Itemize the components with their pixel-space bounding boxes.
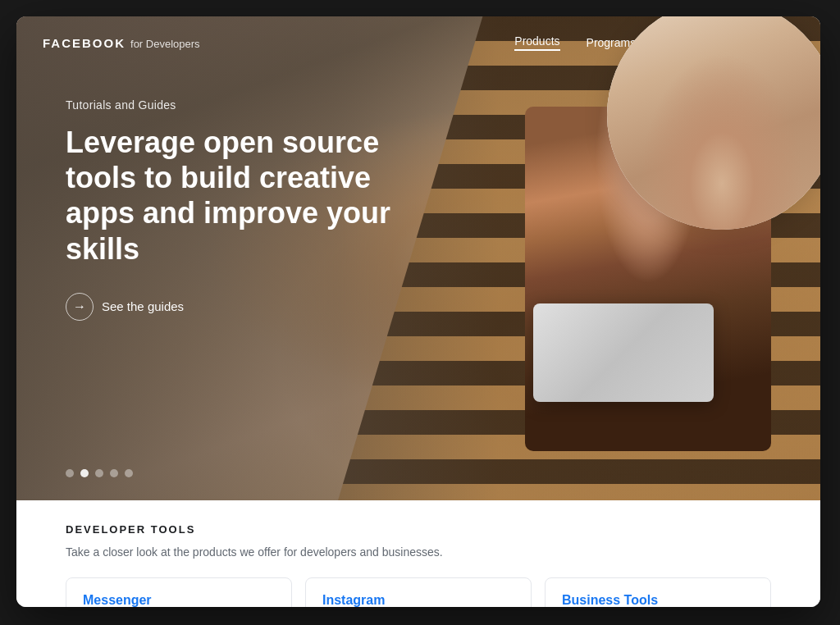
tool-card-business-tools-name: Business Tools: [562, 593, 658, 607]
hero-eyebrow: Tutorials and Guides: [66, 98, 443, 112]
slide-dots: [66, 469, 133, 477]
hero-content: Tutorials and Guides Leverage open sourc…: [66, 98, 443, 321]
page-wrapper: FACEBOOK for Developers Products Program…: [16, 16, 820, 607]
tool-card-business-tools[interactable]: Business Tools: [545, 577, 771, 607]
hero-section: FACEBOOK for Developers Products Program…: [16, 16, 820, 500]
slide-dot-1[interactable]: [66, 469, 74, 477]
tool-cards-container: Messenger Instagram Business Tools: [66, 577, 771, 607]
slide-dot-5[interactable]: [125, 469, 133, 477]
slide-dot-2[interactable]: [80, 469, 89, 477]
hero-headline: Leverage open source tools to build crea…: [66, 125, 443, 267]
slide-dot-4[interactable]: [110, 469, 118, 477]
developer-tools-section: DEVELOPER TOOLS Take a closer look at th…: [16, 500, 820, 607]
navbar-brand[interactable]: FACEBOOK for Developers: [43, 36, 200, 50]
tool-card-instagram-name: Instagram: [322, 593, 385, 607]
slide-dot-3[interactable]: [95, 469, 103, 477]
tool-card-messenger[interactable]: Messenger: [66, 577, 292, 607]
hero-cta-label: See the guides: [102, 299, 184, 313]
brand-facebook-text: FACEBOOK: [43, 36, 126, 50]
brand-subtitle-text: for Developers: [130, 38, 200, 50]
developer-tools-title: DEVELOPER TOOLS: [66, 523, 771, 536]
developer-tools-description: Take a closer look at the products we of…: [66, 544, 771, 561]
hero-cta-arrow-icon: →: [66, 293, 94, 321]
tool-card-messenger-name: Messenger: [83, 593, 152, 607]
hero-cta-button[interactable]: → See the guides: [66, 293, 443, 321]
tool-card-instagram[interactable]: Instagram: [305, 577, 532, 607]
nav-link-products[interactable]: Products: [514, 34, 559, 51]
